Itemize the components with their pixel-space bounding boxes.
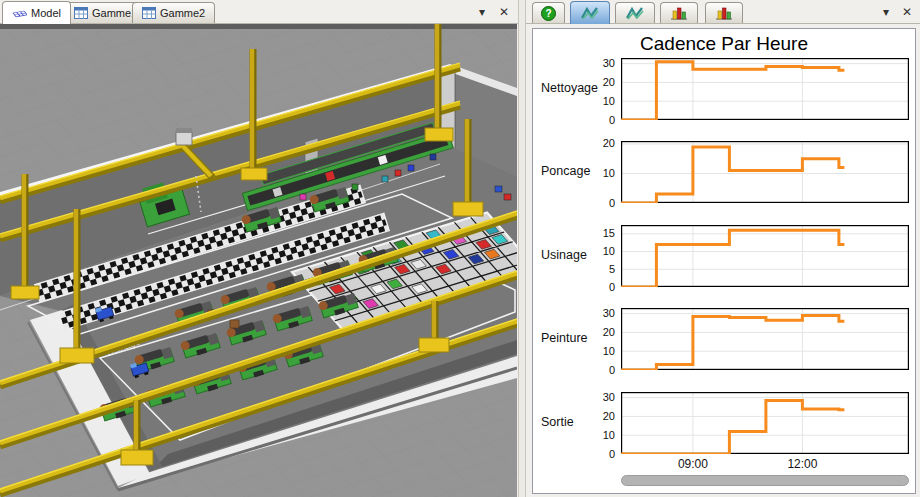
y-tick-label: 0: [589, 197, 615, 209]
y-tick-label: 0: [589, 364, 615, 376]
cadence-dashboard: Cadence Par Heure Nettoyage0102030Poncag…: [532, 28, 916, 494]
panel-splitter[interactable]: [518, 0, 526, 497]
tab-bar-chart-2[interactable]: [705, 2, 743, 23]
dashboard-panel: ?: [526, 0, 920, 497]
tab-bar-chart-1[interactable]: [660, 2, 698, 23]
help-icon: ?: [541, 6, 556, 21]
bar-chart-icon: [716, 6, 732, 20]
step-line: [621, 62, 844, 120]
y-tick-label: 30: [589, 57, 615, 69]
tab-help[interactable]: ?: [532, 2, 565, 23]
crane-trolley: [176, 132, 192, 145]
left-close-button[interactable]: ✕: [496, 4, 512, 20]
y-tick-label: 0: [589, 114, 615, 126]
y-tick-label: 15: [589, 227, 615, 239]
right-dropdown-button[interactable]: ▾: [878, 4, 894, 20]
chart-row-nettoyage: Nettoyage0102030: [533, 58, 913, 120]
bar-chart-icon: [671, 6, 687, 20]
table-icon: [74, 7, 88, 19]
x-tick-label: 12:00: [782, 457, 822, 471]
y-tick-label: 10: [589, 245, 615, 257]
model-3d-viewport[interactable]: Usinage: [0, 24, 517, 497]
table-icon: [142, 7, 156, 19]
line-chart-icon: [581, 6, 599, 20]
y-tick-label: 10: [589, 95, 615, 107]
right-close-button[interactable]: ✕: [899, 4, 915, 20]
help-glyph: ?: [545, 8, 551, 19]
plot-poncage: [621, 141, 909, 203]
tab-model-label: Model: [31, 7, 61, 19]
chart-row-poncage: Poncage01020: [533, 141, 913, 203]
left-tabstrip: Model Gamme1 Gamme2 ▾ ✕: [0, 0, 518, 24]
plot-usinage: [621, 225, 909, 287]
y-tick-label: 5: [589, 263, 615, 275]
model-3d-icon: [12, 7, 27, 20]
factory-3d-scene: Usinage: [0, 24, 517, 497]
y-tick-label: 10: [589, 345, 615, 357]
horizontal-scrollbar-thumb[interactable]: [621, 475, 909, 486]
tab-line-chart-1[interactable]: [570, 1, 610, 24]
chart-row-sortie: Sortie0102030: [533, 392, 913, 454]
y-tick-label: 20: [589, 410, 615, 422]
tab-gamme1-label: Gamme1: [92, 7, 137, 19]
plot-nettoyage: [621, 58, 909, 120]
y-tick-label: 30: [589, 391, 615, 403]
y-tick-label: 0: [589, 448, 615, 460]
right-tabstrip: ?: [526, 0, 920, 24]
step-line: [621, 147, 844, 203]
y-tick-label: 20: [589, 76, 615, 88]
tab-gamme2-label: Gamme2: [160, 7, 205, 19]
step-line: [621, 230, 844, 287]
plot-sortie: [621, 392, 909, 454]
tab-gamme2[interactable]: Gamme2: [132, 2, 215, 23]
chart-row-peinture: Peinture0102030: [533, 308, 913, 370]
x-tick-label: 09:00: [673, 457, 713, 471]
y-tick-label: 30: [589, 307, 615, 319]
tab-line-chart-2[interactable]: [615, 2, 655, 23]
y-tick-label: 20: [589, 326, 615, 338]
y-tick-label: 10: [589, 429, 615, 441]
step-line: [621, 401, 844, 455]
model-view-panel: Model Gamme1 Gamme2 ▾ ✕: [0, 0, 518, 497]
y-tick-label: 20: [589, 137, 615, 149]
tab-model[interactable]: Model: [2, 1, 71, 24]
chart-row-usinage: Usinage051015: [533, 225, 913, 287]
left-dropdown-button[interactable]: ▾: [474, 4, 490, 20]
plot-peinture: [621, 308, 909, 370]
step-line: [621, 316, 844, 371]
y-tick-label: 10: [589, 167, 615, 179]
chart-title: Cadence Par Heure: [533, 33, 915, 55]
y-tick-label: 0: [589, 281, 615, 293]
line-chart-icon: [626, 6, 644, 20]
